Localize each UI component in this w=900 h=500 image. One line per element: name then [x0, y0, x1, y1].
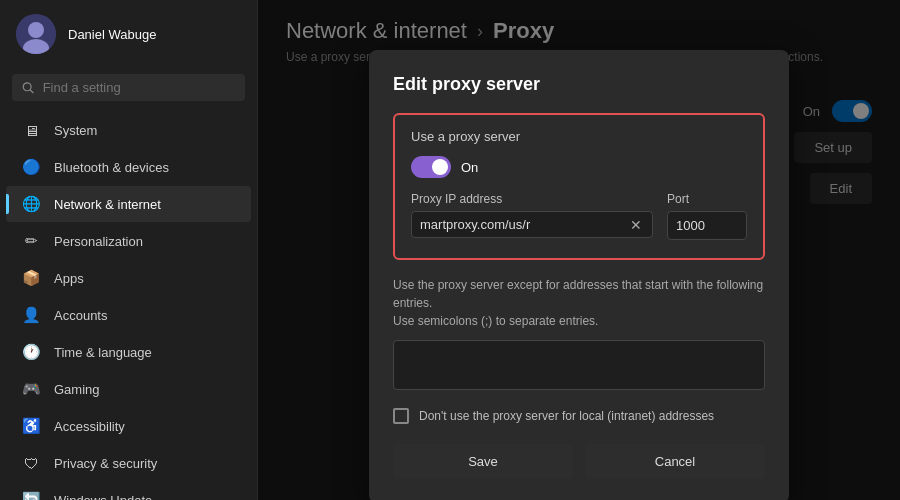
- sidebar-item-label: Gaming: [54, 382, 100, 397]
- cancel-button[interactable]: Cancel: [585, 444, 765, 479]
- sidebar-item-bluetooth[interactable]: 🔵 Bluetooth & devices: [6, 149, 251, 185]
- modal-actions: Save Cancel: [393, 444, 765, 479]
- privacy-icon: 🛡: [22, 454, 40, 472]
- search-icon: [22, 81, 35, 95]
- sidebar-item-label: Accessibility: [54, 419, 125, 434]
- local-checkbox-label: Don't use the proxy server for local (in…: [419, 409, 714, 423]
- main-content: Network & internet › Proxy Use a proxy s…: [258, 0, 900, 500]
- sidebar-item-label: Network & internet: [54, 197, 161, 212]
- update-icon: 🔄: [22, 491, 40, 500]
- user-name: Daniel Wabuge: [68, 27, 156, 42]
- sidebar-item-accounts[interactable]: 👤 Accounts: [6, 297, 251, 333]
- ip-field-group: Proxy IP address ✕: [411, 192, 653, 240]
- bluetooth-icon: 🔵: [22, 158, 40, 176]
- local-checkbox-row: Don't use the proxy server for local (in…: [393, 408, 765, 424]
- svg-point-1: [28, 22, 44, 38]
- proxy-toggle-section-label: Use a proxy server: [411, 129, 747, 144]
- sidebar-item-gaming[interactable]: 🎮 Gaming: [6, 371, 251, 407]
- gaming-icon: 🎮: [22, 380, 40, 398]
- sidebar-item-label: Privacy & security: [54, 456, 157, 471]
- search-bar[interactable]: [12, 74, 245, 101]
- sidebar-item-windows-update[interactable]: 🔄 Windows Update: [6, 482, 251, 500]
- proxy-toggle-row: On: [411, 156, 747, 178]
- exceptions-description: Use the proxy server except for addresse…: [393, 276, 765, 330]
- ip-input-wrap: ✕: [411, 211, 653, 238]
- sidebar-item-label: Apps: [54, 271, 84, 286]
- modal-overlay: Edit proxy server Use a proxy server On …: [258, 0, 900, 500]
- port-field-group: Port: [667, 192, 747, 240]
- sidebar-nav: 🖥 System 🔵 Bluetooth & devices 🌐 Network…: [0, 111, 257, 500]
- sidebar-item-personalization[interactable]: ✏ Personalization: [6, 223, 251, 259]
- ip-input[interactable]: [420, 217, 622, 232]
- sidebar-item-label: Accounts: [54, 308, 107, 323]
- network-icon: 🌐: [22, 195, 40, 213]
- sidebar-item-label: System: [54, 123, 97, 138]
- sidebar-item-system[interactable]: 🖥 System: [6, 112, 251, 148]
- accessibility-icon: ♿: [22, 417, 40, 435]
- modal-title: Edit proxy server: [393, 74, 765, 95]
- sidebar-item-network[interactable]: 🌐 Network & internet: [6, 186, 251, 222]
- time-icon: 🕐: [22, 343, 40, 361]
- user-profile: Daniel Wabuge: [0, 0, 257, 68]
- proxy-toggle[interactable]: [411, 156, 451, 178]
- exceptions-textarea[interactable]: [393, 340, 765, 390]
- sidebar-item-apps[interactable]: 📦 Apps: [6, 260, 251, 296]
- sidebar-item-label: Bluetooth & devices: [54, 160, 169, 175]
- proxy-toggle-on-label: On: [461, 160, 478, 175]
- svg-line-4: [30, 89, 33, 92]
- sidebar-item-time[interactable]: 🕐 Time & language: [6, 334, 251, 370]
- accounts-icon: 👤: [22, 306, 40, 324]
- sidebar: Daniel Wabuge 🖥 System 🔵 Bluetooth & dev…: [0, 0, 258, 500]
- clear-ip-button[interactable]: ✕: [628, 218, 644, 232]
- ip-label: Proxy IP address: [411, 192, 653, 206]
- edit-proxy-modal: Edit proxy server Use a proxy server On …: [369, 50, 789, 500]
- local-checkbox[interactable]: [393, 408, 409, 424]
- port-label: Port: [667, 192, 747, 206]
- sidebar-item-label: Personalization: [54, 234, 143, 249]
- port-input[interactable]: [667, 211, 747, 240]
- apps-icon: 📦: [22, 269, 40, 287]
- sidebar-item-privacy[interactable]: 🛡 Privacy & security: [6, 445, 251, 481]
- system-icon: 🖥: [22, 121, 40, 139]
- sidebar-item-label: Time & language: [54, 345, 152, 360]
- sidebar-item-label: Windows Update: [54, 493, 152, 501]
- proxy-toggle-section: Use a proxy server On Proxy IP address ✕: [393, 113, 765, 260]
- search-input[interactable]: [43, 80, 235, 95]
- personalization-icon: ✏: [22, 232, 40, 250]
- save-button[interactable]: Save: [393, 444, 573, 479]
- sidebar-item-accessibility[interactable]: ♿ Accessibility: [6, 408, 251, 444]
- avatar: [16, 14, 56, 54]
